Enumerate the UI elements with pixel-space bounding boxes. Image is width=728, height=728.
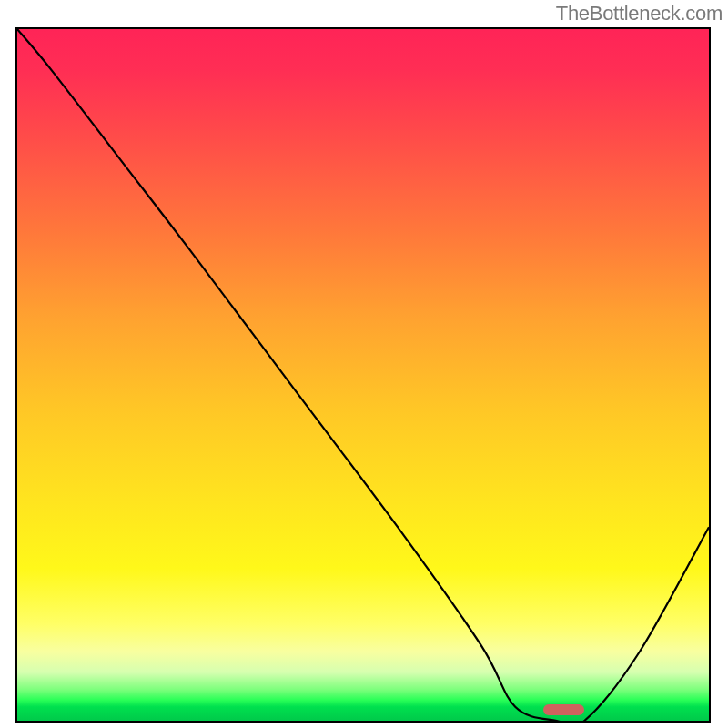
watermark-text: TheBottleneck.com xyxy=(556,2,723,25)
chart-curve xyxy=(17,29,709,721)
optimal-range-marker xyxy=(543,704,585,715)
chart-frame xyxy=(15,27,711,723)
bottleneck-curve-path xyxy=(17,29,709,721)
